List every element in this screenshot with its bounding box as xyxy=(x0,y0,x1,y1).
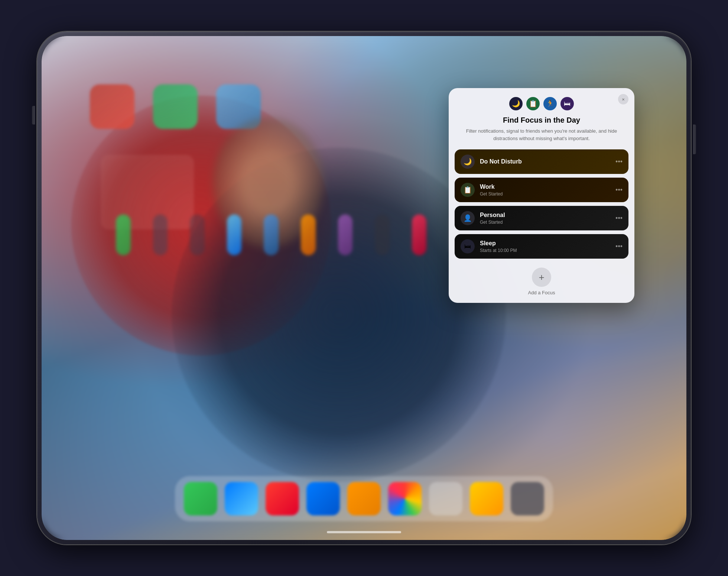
moon-icon: 🌙 xyxy=(512,100,520,108)
work-icon: 📋 xyxy=(461,183,475,197)
dock-notes xyxy=(470,482,503,515)
focus-list: 🌙 Do Not Disturb ••• 📋 Work xyxy=(449,149,634,265)
dnd-icon: 🌙 xyxy=(461,155,475,169)
work-title: Work xyxy=(480,183,615,190)
work-icon-circle: 📋 xyxy=(526,97,540,110)
add-focus-area: + Add a Focus xyxy=(449,265,634,303)
contacts-icon-blur xyxy=(264,214,279,255)
sleep-title: Sleep xyxy=(480,240,615,247)
dock-messages xyxy=(184,482,217,515)
dock-app-blue xyxy=(306,482,340,515)
messages-icon-blur xyxy=(116,214,131,255)
focus-item-personal[interactable]: 👤 Personal Get Started ••• xyxy=(455,206,628,230)
work-symbol: 📋 xyxy=(464,186,472,194)
sleep-more-button[interactable]: ••• xyxy=(615,243,623,250)
sleep-icon: 🛏 xyxy=(461,239,475,253)
running-icon: 🏃 xyxy=(546,100,554,108)
add-focus-button[interactable]: + xyxy=(532,268,551,287)
moon-icon-circle: 🌙 xyxy=(509,97,523,110)
briefcase-icon: 📋 xyxy=(529,100,537,108)
sleep-text: Sleep Starts at 10:00 PM xyxy=(480,240,615,253)
personal-subtitle: Get Started xyxy=(480,220,615,225)
orange-app-icon-blur xyxy=(301,214,316,255)
home-indicator xyxy=(327,531,401,533)
power-button xyxy=(693,124,696,154)
dock-app-red xyxy=(266,482,299,515)
popup-header: × 🌙 📋 🏃 🛏 xyxy=(449,88,634,149)
popup-close-button[interactable]: × xyxy=(618,94,628,104)
focus-item-sleep[interactable]: 🛏 Sleep Starts at 10:00 PM ••• xyxy=(455,234,628,259)
maps-app-icon xyxy=(153,84,198,129)
add-focus-label: Add a Focus xyxy=(528,290,555,295)
clock-app-icon xyxy=(90,84,134,129)
ipad-device: × 🌙 📋 🏃 🛏 xyxy=(37,32,691,544)
dock-photos xyxy=(388,482,422,515)
moon-symbol: 🌙 xyxy=(464,158,472,166)
dnd-text: Do Not Disturb xyxy=(480,158,615,165)
person-symbol: 👤 xyxy=(464,214,472,222)
personal-text: Personal Get Started xyxy=(480,211,615,224)
work-more-button[interactable]: ••• xyxy=(615,186,623,194)
app3-icon-blur xyxy=(190,214,205,255)
focus-item-work[interactable]: 📋 Work Get Started ••• xyxy=(455,178,628,202)
dock-app-orange xyxy=(347,482,381,515)
personal-icon: 👤 xyxy=(461,211,475,225)
popup-description: Filter notifications, signal to friends … xyxy=(458,127,625,142)
screen-content: × 🌙 📋 🏃 🛏 xyxy=(42,36,686,540)
top-row-icons xyxy=(90,84,261,129)
popup-icons-row: 🌙 📋 🏃 🛏 xyxy=(458,97,625,110)
blurred-icons-row xyxy=(116,214,464,255)
purple-app-icon-blur xyxy=(338,214,353,255)
reminders-icon-blur xyxy=(153,214,168,255)
dock-app-white xyxy=(429,482,462,515)
volume-button xyxy=(32,106,35,124)
work-subtitle: Get Started xyxy=(480,191,615,197)
run-icon-circle: 🏃 xyxy=(543,97,557,110)
dnd-more-button[interactable]: ••• xyxy=(615,158,623,166)
plus-icon: + xyxy=(539,272,544,283)
sleep-icon-circle: 🛏 xyxy=(560,97,574,110)
focus-popup: × 🌙 📋 🏃 🛏 xyxy=(449,88,634,303)
app4-icon-blur xyxy=(227,214,242,255)
personal-more-button[interactable]: ••• xyxy=(615,214,623,222)
dnd-title: Do Not Disturb xyxy=(480,158,615,165)
dock-app-dark xyxy=(511,482,544,515)
bed-icon: 🛏 xyxy=(564,100,571,108)
sleep-subtitle: Starts at 10:00 PM xyxy=(480,248,615,253)
dark-app-icon-blur xyxy=(375,214,390,255)
work-text: Work Get Started xyxy=(480,183,615,196)
health-app-icon-blur xyxy=(412,214,427,255)
dock-safari xyxy=(225,482,258,515)
popup-title: Find Focus in the Day xyxy=(458,116,625,124)
device-screen: × 🌙 📋 🏃 🛏 xyxy=(42,36,686,540)
personal-title: Personal xyxy=(480,211,615,219)
focus-item-dnd[interactable]: 🌙 Do Not Disturb ••• xyxy=(455,149,628,174)
dock xyxy=(175,476,553,521)
sleep-symbol: 🛏 xyxy=(464,243,471,250)
close-x: × xyxy=(622,97,625,102)
